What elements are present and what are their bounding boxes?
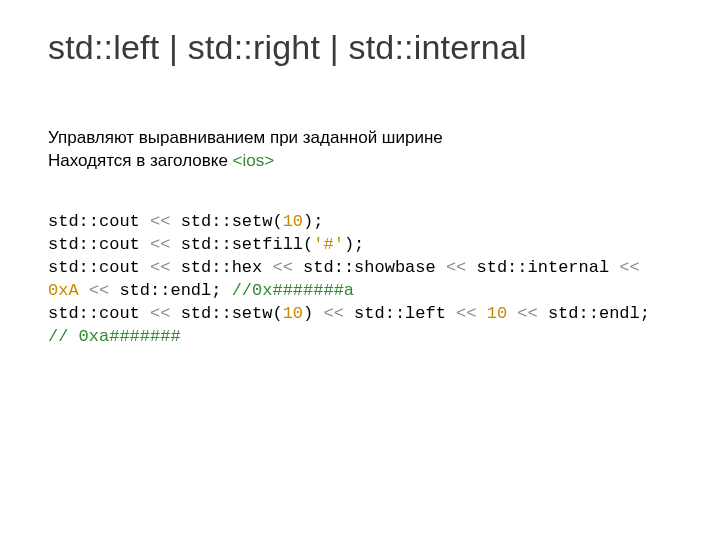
code-line-4: std::cout << std::setw(10) << std::left … [48, 304, 660, 346]
code-line-2: std::cout << std::setfill('#'); [48, 235, 364, 254]
code-line-3: std::cout << std::hex << std::showbase <… [48, 258, 650, 300]
comment-1: //0x#######a [232, 281, 354, 300]
desc-line-2: Находятся в заголовке <ios> [48, 150, 672, 173]
desc-line-1: Управляют выравниванием при заданной шир… [48, 127, 672, 150]
code-line-1: std::cout << std::setw(10); [48, 212, 323, 231]
header-name: <ios> [233, 151, 275, 170]
description-block: Управляют выравниванием при заданной шир… [48, 127, 672, 173]
slide-title: std::left | std::right | std::internal [48, 28, 672, 67]
slide: std::left | std::right | std::internal У… [0, 0, 720, 540]
code-block: std::cout << std::setw(10); std::cout <<… [48, 211, 672, 349]
desc-line-2-text: Находятся в заголовке [48, 151, 233, 170]
comment-2: // 0xa####### [48, 327, 181, 346]
